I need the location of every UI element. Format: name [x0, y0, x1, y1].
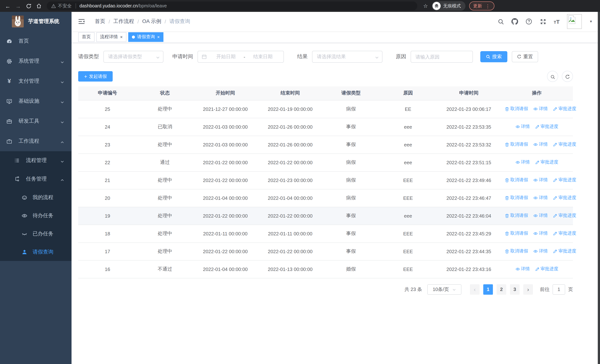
- page-button-3[interactable]: 3: [510, 284, 520, 295]
- security-warning[interactable]: 不安全: [51, 3, 72, 9]
- goto-page-input[interactable]: [553, 284, 565, 295]
- sidebar-item-infrastructure[interactable]: 基础设施: [0, 91, 72, 111]
- breadcrumb-separator: /: [165, 19, 166, 24]
- table-row[interactable]: 23 处理中 2022-01-03 00:00:00 2022-01-26 00…: [78, 136, 573, 153]
- reset-button[interactable]: 重置: [512, 51, 538, 62]
- avatar[interactable]: [567, 14, 582, 29]
- action-progress-link[interactable]: 审批进度: [553, 248, 576, 254]
- font-size-icon[interactable]: TT: [554, 19, 560, 24]
- sidebar-item-my-process[interactable]: 我的流程: [0, 188, 72, 206]
- sidebar-item-payment[interactable]: ¥ 支付管理: [0, 71, 72, 91]
- action-progress-link[interactable]: 审批进度: [553, 213, 576, 219]
- sidebar-item-label: 流程管理: [26, 157, 47, 164]
- home-icon[interactable]: [34, 1, 44, 11]
- tab-process-detail[interactable]: 流程详情 ×: [96, 32, 126, 42]
- avatar-dropdown-caret-icon[interactable]: ▼: [589, 20, 593, 23]
- update-button[interactable]: 更新 ⋮: [469, 1, 494, 10]
- action-progress-link[interactable]: 审批进度: [553, 195, 576, 201]
- create-leave-button[interactable]: + 发起请假: [78, 71, 113, 82]
- table-row[interactable]: 24 已取消 2022-01-03 00:00:00 2022-01-26 00…: [78, 118, 573, 136]
- sidebar-item-leave-query[interactable]: 请假查询: [0, 243, 72, 261]
- action-detail-link[interactable]: 详情: [533, 230, 548, 237]
- cell-end-time: 2022-01-19 00:00:00: [258, 100, 323, 118]
- action-detail-link[interactable]: 详情: [515, 124, 530, 130]
- sidebar-item-system[interactable]: 系统管理: [0, 51, 72, 71]
- close-icon[interactable]: ×: [120, 35, 123, 39]
- sidebar-logo[interactable]: 芋道管理系统: [0, 12, 72, 31]
- back-icon[interactable]: ←: [3, 1, 13, 11]
- prev-page-button[interactable]: ‹: [470, 284, 479, 295]
- action-cancel-link[interactable]: 取消请假: [505, 230, 528, 237]
- action-progress-link[interactable]: 审批进度: [553, 177, 576, 183]
- action-progress-link[interactable]: 审批进度: [553, 230, 576, 237]
- sidebar-item-process-mgmt[interactable]: 流程管理: [0, 151, 72, 170]
- action-progress-link[interactable]: 审批进度: [535, 159, 558, 166]
- action-cancel-link[interactable]: 取消请假: [505, 106, 528, 112]
- next-page-button[interactable]: ›: [523, 284, 533, 295]
- table-row[interactable]: 22 通过 2022-01-22 00:00:00 2022-01-22 00:…: [78, 153, 573, 171]
- reason-input[interactable]: [411, 51, 473, 63]
- pen-icon: [553, 231, 557, 236]
- action-detail-link[interactable]: 详情: [533, 177, 548, 183]
- tab-leave-query[interactable]: 请假查询 ×: [128, 32, 163, 42]
- action-cancel-link[interactable]: 取消请假: [505, 177, 528, 183]
- sidebar-item-home[interactable]: 首页: [0, 31, 72, 51]
- forward-icon[interactable]: →: [13, 1, 23, 11]
- action-detail-link[interactable]: 详情: [515, 266, 530, 272]
- result-select[interactable]: 请选择流结果: [312, 51, 383, 63]
- close-icon[interactable]: ×: [157, 35, 160, 39]
- table-row[interactable]: 21 处理中 2022-01-22 00:00:00 2022-01-23 00…: [78, 171, 573, 189]
- action-cancel-link[interactable]: 取消请假: [505, 248, 528, 254]
- breadcrumb-oa-example[interactable]: OA 示例: [142, 18, 161, 25]
- help-icon[interactable]: [525, 18, 532, 25]
- reload-icon[interactable]: [24, 1, 33, 11]
- action-detail-link[interactable]: 详情: [515, 159, 530, 166]
- cell-apply-time: 2022-01-22 23:51:15: [437, 153, 501, 171]
- action-cancel-link[interactable]: 取消请假: [505, 141, 528, 148]
- apply-time-range-picker[interactable]: 开始日期 - 结束日期: [197, 51, 284, 63]
- bookmark-star-icon[interactable]: ☆: [423, 3, 428, 9]
- toggle-search-button[interactable]: [547, 71, 558, 82]
- refresh-icon: [517, 55, 521, 59]
- search-icon[interactable]: [497, 18, 504, 25]
- pen-icon: [553, 142, 557, 147]
- action-progress-link[interactable]: 审批进度: [535, 266, 558, 272]
- tab-home[interactable]: 首页: [78, 32, 94, 42]
- table-row[interactable]: 16 不通过 2022-01-04 00:00:00 2022-01-13 00…: [78, 260, 573, 278]
- action-cancel-link[interactable]: 取消请假: [505, 213, 528, 219]
- action-cancel-link[interactable]: 取消请假: [505, 195, 528, 201]
- sidebar-item-task-mgmt[interactable]: 任务管理: [0, 170, 72, 188]
- refresh-table-button[interactable]: [562, 71, 573, 82]
- fullscreen-icon[interactable]: [540, 18, 546, 25]
- breadcrumb-home[interactable]: 首页: [95, 18, 105, 25]
- page-size-select[interactable]: 10条/页: [427, 284, 461, 295]
- action-detail-link[interactable]: 详情: [533, 213, 548, 219]
- sidebar-item-devtools[interactable]: 研发工具: [0, 111, 72, 131]
- url-bar[interactable]: 不安全 dashboard.yudao.iocoder.cn/bpm/oa/le…: [47, 1, 417, 10]
- breadcrumb-workflow[interactable]: 工作流程: [113, 18, 134, 25]
- table-row[interactable]: 20 处理中 2022-01-04 00:00:00 2022-01-04 00…: [78, 189, 573, 207]
- action-detail-link[interactable]: 详情: [533, 106, 548, 112]
- table-row[interactable]: 19 处理中 2022-01-22 00:00:00 2022-01-22 00…: [78, 207, 573, 225]
- browser-menu-icon[interactable]: ⋮: [485, 3, 490, 9]
- action-detail-link[interactable]: 详情: [533, 248, 548, 254]
- page-button-1[interactable]: 1: [483, 284, 493, 295]
- action-progress-link[interactable]: 审批进度: [553, 141, 576, 148]
- github-icon[interactable]: [511, 18, 518, 25]
- sidebar-item-done-tasks[interactable]: 已办任务: [0, 225, 72, 243]
- sidebar-collapse-icon[interactable]: [78, 18, 85, 25]
- sidebar-item-todo-tasks[interactable]: 待办任务: [0, 206, 72, 225]
- search-button[interactable]: 搜索: [480, 51, 507, 62]
- action-progress-link[interactable]: 审批进度: [535, 124, 558, 130]
- sidebar-item-workflow[interactable]: 工作流程: [0, 131, 72, 151]
- pen-icon: [553, 178, 557, 182]
- table-row[interactable]: 25 处理中 2021-12-27 00:00:00 2022-01-19 00…: [78, 100, 573, 118]
- table-row[interactable]: 17 处理中 2022-01-22 00:00:00 2022-01-22 00…: [78, 243, 573, 260]
- table-row[interactable]: 18 处理中 2022-01-11 00:00:00 2022-01-11 00…: [78, 225, 573, 243]
- action-detail-link[interactable]: 详情: [533, 141, 548, 148]
- action-progress-link[interactable]: 审批进度: [553, 106, 576, 112]
- page-button-2[interactable]: 2: [497, 284, 506, 295]
- action-detail-link[interactable]: 详情: [533, 195, 548, 201]
- leave-type-select[interactable]: 请选择请假类型: [103, 51, 163, 63]
- page-scrollbar[interactable]: [598, 12, 600, 364]
